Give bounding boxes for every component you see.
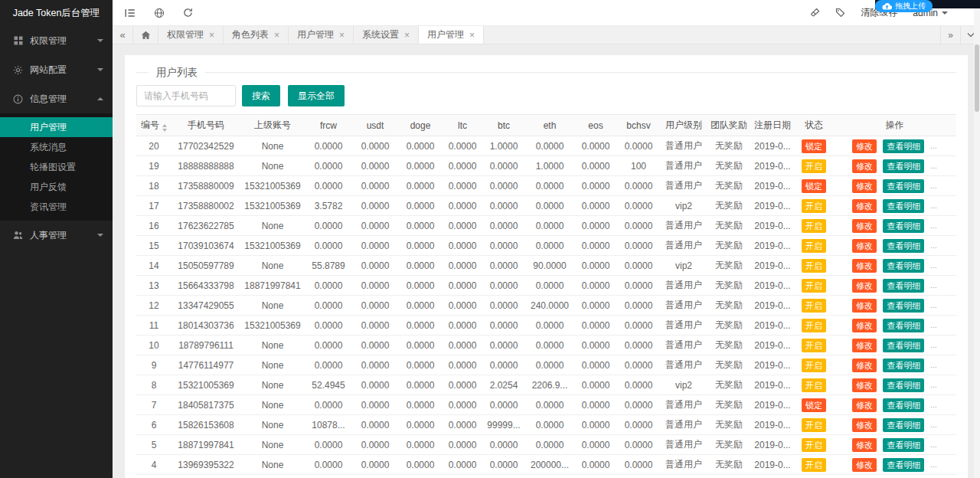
edit-button[interactable]: 修改: [852, 199, 877, 213]
tab-permissions[interactable]: 权限管理 ×: [158, 26, 224, 44]
status-button[interactable]: 开启: [802, 319, 826, 332]
edit-button[interactable]: 修改: [852, 139, 877, 153]
tab-system-settings[interactable]: 系统设置 ×: [354, 26, 419, 44]
cell-status: 开启: [795, 276, 833, 296]
view-detail-button[interactable]: 查看明细: [883, 159, 924, 173]
status-button[interactable]: 开启: [802, 159, 826, 173]
show-all-button[interactable]: 显示全部: [288, 85, 345, 106]
search-button[interactable]: 搜索: [242, 85, 280, 106]
edit-button[interactable]: 修改: [852, 458, 877, 472]
submenu-item-user-management[interactable]: 用户管理: [0, 117, 113, 137]
view-detail-button[interactable]: 查看明细: [883, 319, 924, 332]
view-detail-button[interactable]: 查看明细: [883, 418, 924, 432]
status-button[interactable]: 开启: [802, 438, 826, 452]
tab-user-management-active[interactable]: 用户管理 ×: [419, 26, 484, 44]
status-button[interactable]: 开启: [802, 339, 826, 352]
close-icon[interactable]: ×: [469, 31, 475, 40]
vertical-scrollbar[interactable]: [974, 0, 980, 478]
submenu-item-user-feedback[interactable]: 用户反馈: [0, 177, 113, 197]
cell-team-reward: 无奖励: [707, 355, 750, 375]
cell-bchsv: 0.0000: [617, 415, 660, 435]
edit-button[interactable]: 修改: [852, 339, 877, 352]
cell-bchsv: 0.0000: [617, 176, 660, 196]
edit-button[interactable]: 修改: [852, 418, 877, 432]
status-button[interactable]: 开启: [802, 378, 826, 392]
sidebar-item-info-management[interactable]: 信息管理: [0, 84, 113, 113]
drag-upload-button[interactable]: 拖拽上传: [875, 0, 933, 12]
cell-eos: 0.0000: [574, 296, 617, 316]
edit-button[interactable]: 修改: [852, 179, 877, 193]
view-detail-button[interactable]: 查看明细: [883, 259, 924, 273]
home-tab[interactable]: [132, 26, 158, 44]
tag-icon[interactable]: [835, 8, 845, 18]
close-icon[interactable]: ×: [209, 31, 214, 40]
status-button[interactable]: 开启: [802, 259, 826, 273]
tabs-scroll-left-button[interactable]: «: [113, 26, 132, 44]
collapse-sidebar-icon[interactable]: [125, 8, 136, 18]
view-detail-button[interactable]: 查看明细: [883, 139, 924, 153]
table-row: 6 15826153608 None 10878... 0.0000 0.000…: [136, 415, 956, 435]
sidebar-item-hr-management[interactable]: 人事管理: [0, 221, 113, 250]
tabs-scroll-right-button[interactable]: »: [940, 26, 960, 44]
cell-team-reward: 无奖励: [707, 455, 750, 475]
edit-button[interactable]: 修改: [852, 358, 877, 372]
submenu-item-system-messages[interactable]: 系统消息: [0, 137, 113, 157]
close-icon[interactable]: ×: [274, 31, 279, 40]
edit-button[interactable]: 修改: [852, 159, 877, 173]
submenu-item-carousel-settings[interactable]: 轮播图设置: [0, 157, 113, 177]
sidebar-item-permissions[interactable]: 权限管理: [0, 26, 113, 55]
cell-bchsv: 0.0000: [617, 355, 660, 375]
edit-button[interactable]: 修改: [852, 299, 877, 313]
clean-icon[interactable]: [810, 8, 820, 18]
refresh-icon[interactable]: [183, 8, 193, 18]
cell-user-level: 普通用户: [660, 136, 707, 156]
view-detail-button[interactable]: 查看明细: [883, 199, 924, 213]
globe-icon[interactable]: [154, 8, 165, 18]
status-button[interactable]: 锁定: [802, 139, 826, 153]
cell-register-date: 2019-0...: [750, 455, 795, 475]
status-button[interactable]: 开启: [802, 199, 826, 213]
status-button[interactable]: 开启: [802, 418, 826, 432]
close-icon[interactable]: ×: [339, 31, 345, 40]
view-detail-button[interactable]: 查看明细: [883, 378, 924, 392]
status-button[interactable]: 开启: [802, 299, 826, 313]
view-detail-button[interactable]: 查看明细: [883, 239, 924, 253]
status-button[interactable]: 开启: [802, 219, 826, 233]
view-detail-button[interactable]: 查看明细: [883, 219, 924, 233]
view-detail-button[interactable]: 查看明细: [883, 438, 924, 452]
column-header: 上级账号: [240, 115, 305, 136]
tab-role-list[interactable]: 角色列表 ×: [224, 26, 289, 44]
edit-button[interactable]: 修改: [852, 259, 877, 273]
view-detail-button[interactable]: 查看明细: [883, 299, 924, 313]
status-button[interactable]: 开启: [802, 239, 826, 253]
status-button[interactable]: 开启: [802, 358, 826, 372]
view-detail-button[interactable]: 查看明细: [883, 458, 924, 472]
close-icon[interactable]: ×: [404, 31, 410, 40]
cell-actions: 修改 查看明细 ...: [833, 236, 956, 256]
status-button[interactable]: 锁定: [802, 179, 826, 193]
edit-button[interactable]: 修改: [852, 398, 877, 412]
sort-icon[interactable]: [162, 124, 167, 132]
view-detail-button[interactable]: 查看明细: [883, 279, 924, 293]
edit-button[interactable]: 修改: [852, 239, 877, 253]
sidebar-item-label: 信息管理: [30, 93, 97, 106]
edit-button[interactable]: 修改: [852, 219, 877, 233]
column-header[interactable]: 编号: [136, 115, 172, 136]
phone-search-input[interactable]: [136, 85, 236, 106]
edit-button[interactable]: 修改: [852, 319, 877, 332]
submenu-item-news-management[interactable]: 资讯管理: [0, 197, 113, 217]
cell-status: 开启: [795, 296, 833, 316]
edit-button[interactable]: 修改: [852, 438, 877, 452]
status-button[interactable]: 开启: [802, 458, 826, 472]
view-detail-button[interactable]: 查看明细: [883, 179, 924, 193]
edit-button[interactable]: 修改: [852, 378, 877, 392]
sidebar-item-site-config[interactable]: 网站配置: [0, 55, 113, 84]
view-detail-button[interactable]: 查看明细: [883, 398, 924, 412]
status-button[interactable]: 开启: [802, 279, 826, 293]
tab-user-management-1[interactable]: 用户管理 ×: [289, 26, 354, 44]
view-detail-button[interactable]: 查看明细: [883, 358, 924, 372]
edit-button[interactable]: 修改: [852, 279, 877, 293]
scrollbar-thumb[interactable]: [975, 44, 979, 112]
view-detail-button[interactable]: 查看明细: [883, 339, 924, 352]
status-button[interactable]: 锁定: [802, 398, 826, 412]
